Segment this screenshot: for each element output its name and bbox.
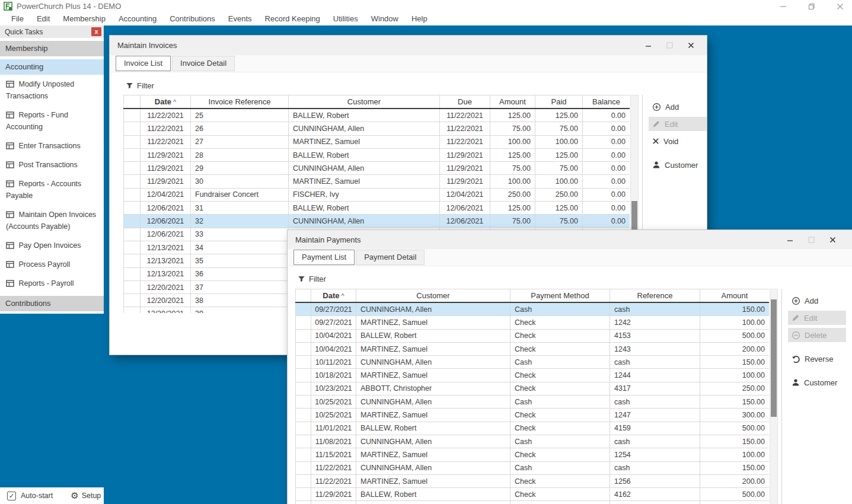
table-row[interactable]: 10/04/2021MARTINEZ, SamuelCheck1243200.0… [296, 342, 770, 355]
column-header-amount[interactable]: Amount [700, 289, 770, 303]
sidebar-item-membership[interactable]: Membership [0, 41, 104, 56]
gear-icon[interactable]: ⚙ [71, 490, 78, 501]
payments-customer-button[interactable]: Customer [788, 375, 846, 390]
cell: BALLEW, Robert [289, 148, 440, 161]
invoices-tab-invoice-detail[interactable]: Invoice Detail [172, 56, 235, 71]
edit-icon [792, 314, 800, 322]
column-header-payment-method[interactable]: Payment Method [510, 289, 610, 303]
menu-help[interactable]: Help [405, 12, 434, 25]
sidebar-task-label: Reports - Accounts Payable [6, 180, 81, 200]
sidebar-item-pay-open-invoices[interactable]: Pay Open Invoices [0, 236, 104, 255]
sidebar-item-maintain-open-invoices-accounts-payable-[interactable]: Maintain Open Invoices (Accounts Payable… [0, 205, 104, 236]
column-header-date[interactable]: Date^ [311, 289, 356, 303]
table-row[interactable]: 11/01/2021BALLEW, RobertCheck4159500.00 [296, 422, 770, 435]
menu-record-keeping[interactable]: Record Keeping [259, 12, 327, 25]
column-header-selector[interactable] [124, 95, 141, 109]
invoices-filter[interactable]: Filter [126, 81, 154, 90]
table-row[interactable]: 10/04/2021BALLEW, RobertCheck4153500.00 [296, 329, 770, 342]
table-row[interactable]: 10/11/2021CUNNINGHAM, AllenCashcash150.0… [296, 356, 770, 369]
menu-window[interactable]: Window [365, 12, 405, 25]
payments-tab-payment-detail[interactable]: Payment Detail [356, 250, 425, 265]
table-row[interactable]: 10/25/2021CUNNINGHAM, AllenCashcash150.0… [296, 395, 770, 409]
table-row[interactable]: 11/29/202130MARTINEZ, Samuel11/29/202110… [124, 175, 630, 188]
invoices-void-button[interactable]: Void [649, 134, 707, 148]
setup-label[interactable]: Setup [82, 492, 101, 500]
payments-filter[interactable]: Filter [298, 275, 326, 283]
payments-scrollbar-thumb[interactable] [771, 299, 777, 417]
menu-edit[interactable]: Edit [30, 12, 56, 25]
payments-reverse-button[interactable]: Reverse [788, 352, 846, 366]
sidebar-item-accounting[interactable]: Accounting [0, 59, 104, 75]
payments-minimize-icon[interactable] [786, 236, 794, 244]
column-header-selector[interactable] [296, 289, 311, 303]
cell: 0.00 [583, 162, 630, 175]
table-row[interactable]: 11/22/2021MARTINEZ, SamuelCheck1256200.0… [296, 474, 770, 487]
column-header-date[interactable]: Date^ [141, 95, 191, 109]
menu-contributions[interactable]: Contributions [163, 12, 222, 25]
invoices-titlebar[interactable]: Maintain Invoices [110, 36, 707, 55]
menu-accounting[interactable]: Accounting [112, 12, 163, 25]
table-row[interactable]: 11/22/202126CUNNINGHAM, Allen11/22/20217… [124, 122, 630, 135]
sidebar-item-process-payroll[interactable]: Process Payroll [0, 255, 104, 274]
sidebar-item-post-transactions[interactable]: Post Transactions [0, 155, 104, 174]
sidebar-item-reports-payroll[interactable]: Reports - Payroll [0, 274, 104, 293]
column-header-balance[interactable]: Balance [583, 95, 630, 109]
menu-file[interactable]: File [5, 12, 30, 25]
quick-tasks-close-icon[interactable]: x [91, 27, 101, 36]
column-header-customer[interactable]: Customer [289, 95, 440, 109]
table-row[interactable]: 12/06/202131BALLEW, Robert12/06/2021125.… [124, 202, 630, 215]
table-row[interactable]: 11/22/202127MARTINEZ, Samuel11/22/202110… [124, 135, 630, 148]
table-row[interactable]: 12/04/2021Fundraiser ConcertFISCHER, Ivy… [124, 188, 630, 201]
table-row[interactable] [296, 501, 770, 504]
add-icon [792, 296, 800, 305]
sidebar-item-reports-fund-accounting[interactable]: Reports - Fund Accounting [0, 106, 104, 136]
payments-tab-payment-list[interactable]: Payment List [293, 250, 355, 265]
cell: Check [510, 448, 610, 461]
invoices-tab-invoice-list[interactable]: Invoice List [116, 56, 171, 71]
sidebar-item-modify-unposted-transactions[interactable]: Modify Unposted Transactions [0, 75, 104, 106]
table-row[interactable]: 09/27/2021MARTINEZ, SamuelCheck1242100.0… [296, 316, 770, 329]
invoices-minimize-icon[interactable] [644, 42, 652, 49]
table-row[interactable]: 11/29/202128BALLEW, Robert11/29/2021125.… [124, 148, 630, 161]
table-row[interactable]: 11/29/2021BALLEW, RobertCheck4162500.00 [296, 488, 770, 501]
table-row[interactable]: 12/06/202132CUNNINGHAM, Allen12/06/20217… [124, 215, 630, 228]
table-row[interactable]: 11/08/2021CUNNINGHAM, AllenCashcash150.0… [296, 435, 770, 448]
cell: 12/06/2021 [141, 228, 191, 241]
payments-close-icon[interactable] [829, 236, 837, 244]
cell: 150.00 [700, 461, 770, 474]
table-row[interactable]: 11/15/2021MARTINEZ, SamuelCheck1254100.0… [296, 448, 770, 461]
sidebar-item-enter-transactions[interactable]: Enter Transactions [0, 136, 104, 155]
column-header-amount[interactable]: Amount [490, 95, 535, 109]
table-row[interactable]: 11/29/202129CUNNINGHAM, Allen11/29/20217… [124, 162, 630, 175]
column-header-paid[interactable]: Paid [535, 95, 583, 109]
payments-add-button[interactable]: Add [788, 294, 846, 308]
payments-titlebar[interactable]: Maintain Payments [288, 230, 852, 249]
autostart-checkbox[interactable]: ✓ [7, 492, 16, 500]
table-row[interactable]: 11/22/202125BALLEW, Robert11/22/2021125.… [124, 109, 630, 122]
table-row[interactable]: 11/22/2021CUNNINGHAM, AllenCashcash150.0… [296, 461, 770, 474]
invoices-add-button[interactable]: Add [649, 100, 707, 114]
cell: 75.00 [535, 162, 583, 175]
menu-events[interactable]: Events [222, 12, 259, 25]
column-header-invoice-reference[interactable]: Invoice Reference [191, 95, 289, 109]
cell [124, 122, 141, 135]
table-row[interactable]: 10/23/2021ABBOTT, ChristopherCheck431725… [296, 382, 770, 395]
menu-utilities[interactable]: Utilities [327, 12, 365, 25]
column-header-reference[interactable]: Reference [610, 289, 700, 303]
table-row[interactable]: 10/25/2021MARTINEZ, SamuelCheck1247300.0… [296, 409, 770, 422]
app-restore-icon[interactable] [808, 3, 815, 10]
column-header-due[interactable]: Due [440, 95, 490, 109]
sidebar-item-contributions[interactable]: Contributions [0, 296, 104, 311]
payments-scrollbar[interactable] [770, 289, 778, 504]
invoices-customer-button[interactable]: Customer [649, 158, 707, 172]
app-close-icon[interactable] [837, 3, 844, 10]
table-row[interactable]: 09/27/2021CUNNINGHAM, AllenCashcash150.0… [296, 302, 770, 316]
sidebar-item-reports-accounts-payable[interactable]: Reports - Accounts Payable [0, 174, 104, 205]
menu-membership[interactable]: Membership [56, 12, 112, 25]
payments-customer-label: Customer [804, 378, 837, 387]
column-header-customer[interactable]: Customer [356, 289, 510, 303]
table-row[interactable]: 10/18/2021MARTINEZ, SamuelCheck1244100.0… [296, 369, 770, 382]
invoices-close-icon[interactable] [687, 42, 695, 49]
cell [700, 501, 770, 504]
app-minimize-icon[interactable] [780, 3, 787, 10]
